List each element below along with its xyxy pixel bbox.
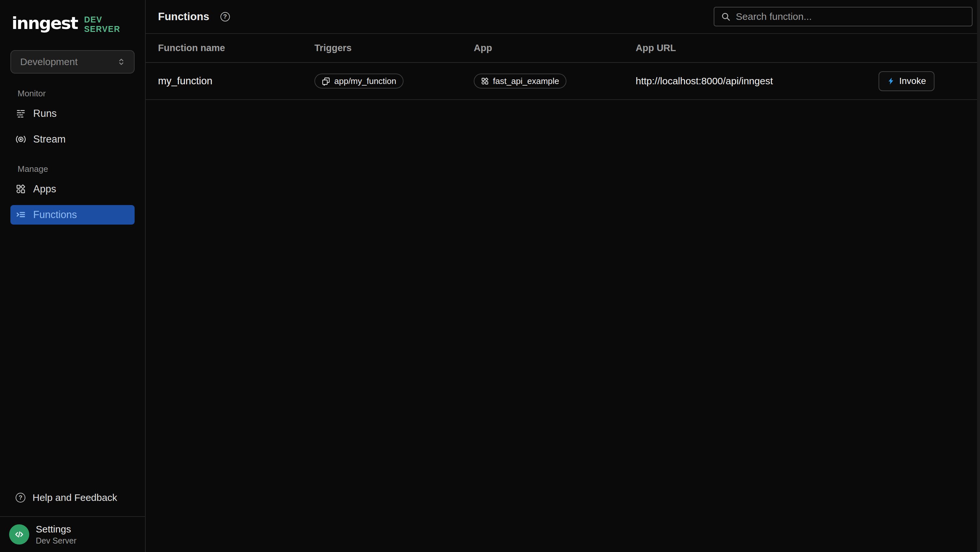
app-url: http://localhost:8000/api/inngest — [636, 75, 773, 86]
app-chip-label: fast_api_example — [493, 76, 559, 86]
column-header: App — [474, 43, 636, 53]
search-input[interactable] — [736, 11, 966, 22]
sidebar-item-label: Functions — [33, 209, 77, 221]
question-circle-icon: ? — [16, 493, 25, 503]
invoke-button-label: Invoke — [899, 76, 926, 86]
logo-wordmark: inngest — [12, 13, 78, 33]
page-title: Functions — [158, 10, 209, 23]
sidebar-item-label: Stream — [33, 134, 66, 145]
bolt-icon — [887, 77, 895, 85]
sidebar-item-label: Runs — [33, 108, 57, 120]
settings-label: Settings — [36, 524, 76, 535]
chevron-updown-icon — [116, 57, 126, 67]
apps-icon — [16, 184, 26, 194]
sidebar-item-runs[interactable]: Runs — [10, 104, 135, 123]
event-icon — [321, 77, 330, 86]
sidebar-item-label: Apps — [33, 183, 56, 195]
column-header: Triggers — [314, 43, 474, 53]
main-content: Functions ? Function name Triggers App A… — [146, 0, 980, 552]
topbar: Functions ? — [146, 0, 980, 34]
function-name: my_function — [158, 75, 314, 87]
sidebar-item-functions[interactable]: Functions — [10, 205, 135, 225]
sidebar-section-monitor: Monitor — [18, 89, 135, 99]
trigger-chip: app/my_function — [314, 73, 404, 89]
workspace-select[interactable]: Development — [10, 50, 135, 73]
stream-icon — [16, 134, 26, 145]
env-badge: DEV SERVER — [84, 15, 135, 34]
functions-icon — [16, 210, 26, 220]
search-icon — [721, 12, 730, 21]
table-header: Function name Triggers App App URL — [146, 34, 980, 63]
settings-subtitle: Dev Server — [36, 536, 76, 546]
trigger-chip-label: app/my_function — [334, 76, 396, 86]
logo: inngest DEV SERVER — [12, 12, 135, 34]
column-header: Function name — [158, 43, 314, 53]
runs-icon — [16, 108, 26, 119]
apps-icon — [481, 77, 489, 85]
help-and-feedback-label: Help and Feedback — [32, 492, 117, 503]
settings-button[interactable]: Settings Dev Server — [0, 516, 145, 552]
sidebar-section-manage: Manage — [18, 164, 135, 174]
workspace-select-value: Development — [20, 56, 78, 67]
sidebar: inngest DEV SERVER Development Monitor — [0, 0, 146, 552]
search-box — [714, 7, 972, 26]
sidebar-item-apps[interactable]: Apps — [10, 179, 135, 199]
help-and-feedback-link[interactable]: ? Help and Feedback — [16, 492, 135, 503]
invoke-button[interactable]: Invoke — [878, 71, 935, 91]
code-icon — [9, 524, 29, 544]
scrollbar[interactable] — [977, 0, 980, 552]
table-row[interactable]: my_function app/my_function — [146, 63, 980, 100]
sidebar-item-stream[interactable]: Stream — [10, 129, 135, 149]
page-help-icon[interactable]: ? — [220, 12, 230, 21]
column-header: App URL — [636, 43, 980, 53]
app-chip: fast_api_example — [474, 73, 566, 89]
